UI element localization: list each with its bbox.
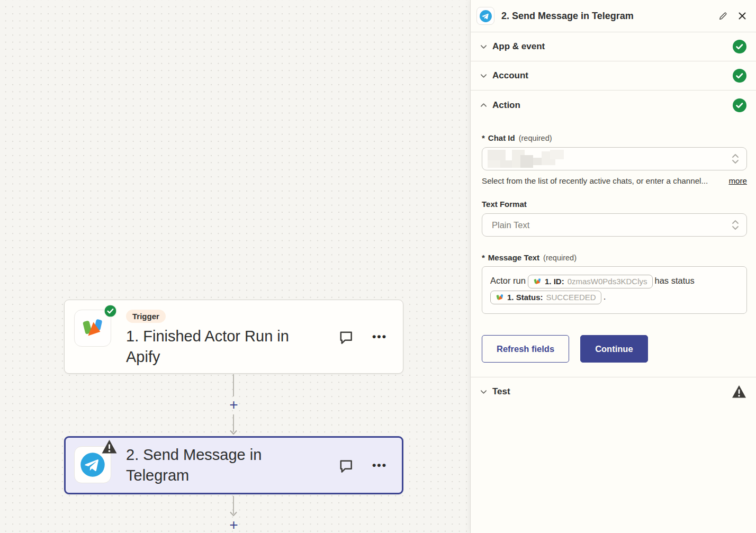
comment-icon[interactable] bbox=[338, 457, 354, 474]
pencil-icon[interactable] bbox=[718, 12, 727, 21]
mapped-field-pill-status[interactable]: 1. Status:SUCCEEDED bbox=[490, 291, 601, 304]
section-action[interactable]: Action bbox=[471, 91, 756, 120]
chevron-down-icon bbox=[480, 43, 488, 51]
message-text-input[interactable]: Actor run1. ID:0zmasW0Pds3KDClyshas stat… bbox=[482, 266, 747, 314]
trigger-step-title: 1. Finished Actor Run in Apify bbox=[126, 326, 317, 367]
section-test[interactable]: Test bbox=[471, 377, 756, 406]
comment-icon[interactable] bbox=[338, 329, 354, 345]
add-step-button[interactable]: + bbox=[227, 398, 241, 412]
step-settings-panel: 2. Send Message in Telegram App & event bbox=[470, 0, 756, 533]
chat-id-label: * Chat Id (required) bbox=[482, 133, 747, 142]
message-text: Actor run bbox=[490, 276, 526, 285]
success-check-badge-icon bbox=[104, 304, 117, 318]
message-text: . bbox=[604, 292, 606, 301]
chat-id-helper-text: Select from the list of recently active … bbox=[482, 176, 722, 185]
section-app-event[interactable]: App & event bbox=[471, 32, 756, 61]
continue-button[interactable]: Continue bbox=[580, 335, 648, 363]
telegram-icon bbox=[74, 446, 111, 483]
panel-header: 2. Send Message in Telegram bbox=[471, 0, 756, 32]
warning-triangle-icon bbox=[732, 385, 746, 399]
pill-value: 0zmasW0Pds3KDClys bbox=[568, 276, 647, 287]
step-menu-button[interactable]: ••• bbox=[372, 330, 387, 343]
apify-icon bbox=[533, 277, 542, 286]
message-text-label: * Message Text (required) bbox=[482, 253, 747, 262]
chevron-up-icon bbox=[480, 101, 488, 109]
check-circle-icon bbox=[733, 69, 746, 83]
trigger-step-card[interactable]: Trigger 1. Finished Actor Run in Apify •… bbox=[64, 300, 403, 374]
refresh-fields-button[interactable]: Refresh fields bbox=[482, 335, 569, 363]
mapped-field-pill-id[interactable]: 1. ID:0zmasW0Pds3KDClys bbox=[528, 275, 653, 288]
section-label: App & event bbox=[492, 41, 545, 52]
text-format-label: Text Format bbox=[482, 200, 747, 209]
more-link[interactable]: more bbox=[728, 176, 747, 185]
action-form: * Chat Id (required) bbox=[471, 120, 756, 377]
connector-line bbox=[233, 374, 234, 396]
section-label: Test bbox=[492, 386, 510, 397]
close-icon[interactable] bbox=[738, 12, 746, 20]
pill-label: 1. ID: bbox=[545, 276, 564, 287]
arrow-down-icon bbox=[229, 430, 238, 435]
telegram-icon bbox=[476, 7, 494, 25]
section-label: Action bbox=[492, 100, 520, 111]
warning-triangle-icon bbox=[101, 439, 118, 454]
section-label: Account bbox=[492, 70, 528, 81]
add-step-button[interactable]: + bbox=[227, 518, 241, 532]
trigger-badge: Trigger bbox=[126, 310, 166, 323]
chat-id-select[interactable] bbox=[482, 147, 747, 170]
panel-title: 2. Send Message in Telegram bbox=[501, 11, 634, 22]
pill-label: 1. Status: bbox=[507, 292, 543, 303]
apify-icon bbox=[496, 293, 504, 302]
text-format-value: Plain Text bbox=[488, 220, 529, 230]
text-format-select[interactable]: Plain Text bbox=[482, 213, 747, 237]
check-circle-icon bbox=[733, 40, 746, 53]
select-chevrons-icon bbox=[732, 152, 739, 165]
chevron-down-icon bbox=[480, 72, 488, 80]
select-chevrons-icon bbox=[732, 219, 739, 231]
section-account[interactable]: Account bbox=[471, 61, 756, 91]
step-menu-button[interactable]: ••• bbox=[372, 459, 387, 472]
arrow-down-icon bbox=[229, 511, 238, 517]
zap-editor-canvas[interactable]: Trigger 1. Finished Actor Run in Apify •… bbox=[0, 0, 470, 533]
apify-icon bbox=[74, 310, 111, 347]
chevron-down-icon bbox=[480, 388, 488, 396]
redacted-value bbox=[488, 149, 567, 169]
check-circle-icon bbox=[733, 98, 746, 112]
pill-value: SUCCEEDED bbox=[546, 292, 596, 303]
action-step-card[interactable]: 2. Send Message in Telegram ••• bbox=[64, 436, 403, 494]
action-step-title: 2. Send Message in Telegram bbox=[126, 445, 314, 486]
message-text: has status bbox=[655, 276, 695, 285]
